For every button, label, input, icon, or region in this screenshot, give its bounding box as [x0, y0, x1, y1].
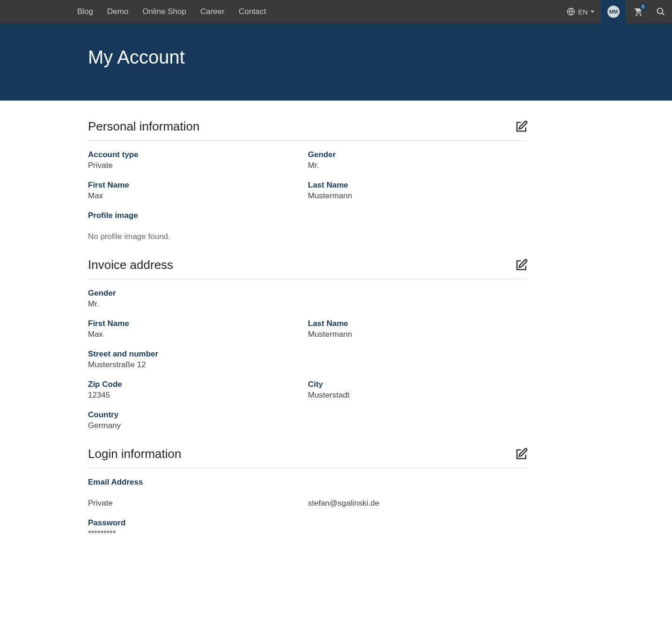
label-first-name: First Name — [88, 181, 308, 190]
edit-personal-button[interactable] — [515, 120, 528, 133]
value-invoice-last-name: Mustermann — [308, 330, 528, 339]
label-last-name: Last Name — [308, 181, 528, 190]
label-gender: Gender — [308, 150, 528, 160]
language-label: EN — [578, 8, 588, 16]
svg-point-2 — [640, 15, 642, 16]
value-gender: Mr. — [308, 161, 528, 170]
profile-image-empty-msg: No profile image found. — [88, 232, 528, 241]
value-account-type: Private — [88, 161, 308, 170]
avatar-initials: MM — [607, 6, 620, 18]
edit-icon — [515, 120, 528, 133]
label-country: Country — [88, 410, 308, 420]
nav-link-blog[interactable]: Blog — [70, 0, 100, 23]
nav-link-contact[interactable]: Contact — [232, 0, 273, 23]
value-zip: 12345 — [88, 391, 308, 400]
nav-right: EN MM 0 — [560, 0, 672, 23]
caret-down-icon — [591, 10, 594, 14]
edit-icon — [515, 448, 528, 461]
value-street: Musterstraße 12 — [88, 360, 308, 370]
label-invoice-last-name: Last Name — [308, 319, 528, 328]
label-zip: Zip Code — [88, 380, 308, 389]
edit-icon — [515, 259, 528, 272]
value-email: stefan@sgalinski.de — [308, 499, 528, 508]
globe-icon — [567, 7, 575, 16]
label-invoice-gender: Gender — [88, 289, 308, 298]
label-profile-image: Profile image — [88, 211, 528, 220]
nav-left: Blog Demo Online Shop Career Contact — [70, 0, 273, 23]
nav-link-online-shop[interactable]: Online Shop — [135, 0, 193, 23]
section-personal-information: Personal information Account type Privat… — [88, 119, 528, 241]
page-title: My Account — [88, 47, 584, 68]
value-password-masked: ********* — [88, 529, 308, 538]
language-switcher[interactable]: EN — [560, 0, 601, 23]
cart-count-badge: 0 — [639, 3, 647, 10]
value-email-type: Private — [88, 499, 308, 508]
svg-point-3 — [657, 8, 663, 14]
value-invoice-first-name: Max — [88, 330, 308, 339]
value-country: Germany — [88, 421, 308, 430]
edit-invoice-button[interactable] — [515, 259, 528, 272]
section-title-login: Login information — [88, 447, 181, 461]
label-invoice-first-name: First Name — [88, 319, 308, 328]
account-avatar[interactable]: MM — [601, 0, 626, 23]
svg-point-1 — [635, 15, 637, 16]
label-city: City — [308, 380, 528, 389]
nav-link-demo[interactable]: Demo — [100, 0, 135, 23]
value-city: Musterstadt — [308, 391, 528, 400]
label-account-type: Account type — [88, 150, 308, 160]
section-login-information: Login information Email Address Pri — [88, 447, 528, 538]
value-first-name: Max — [88, 191, 308, 201]
value-last-name: Mustermann — [308, 191, 528, 201]
label-street: Street and number — [88, 349, 308, 359]
label-email: Email Address — [88, 478, 308, 487]
value-invoice-gender: Mr. — [88, 299, 308, 309]
edit-login-button[interactable] — [515, 448, 528, 461]
cart-button[interactable]: 0 — [626, 0, 650, 23]
section-title-invoice: Invoice address — [88, 258, 173, 272]
search-button[interactable] — [650, 0, 672, 23]
navbar: Blog Demo Online Shop Career Contact EN … — [0, 0, 672, 23]
section-title-personal: Personal information — [88, 119, 199, 134]
section-invoice-address: Invoice address Gender Mr. — [88, 258, 528, 430]
label-password: Password — [88, 518, 308, 528]
svg-line-4 — [662, 13, 665, 15]
nav-link-career[interactable]: Career — [193, 0, 232, 23]
search-icon — [656, 7, 665, 16]
page-hero: My Account — [0, 23, 672, 101]
